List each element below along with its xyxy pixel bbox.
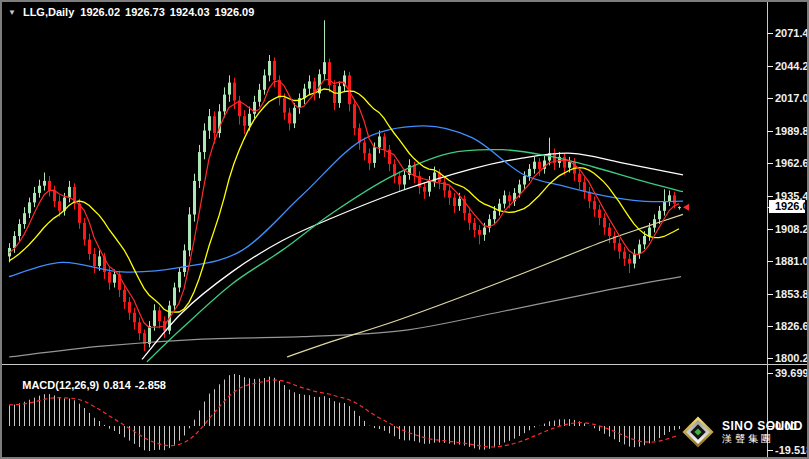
price-axis-label: 1881.00	[775, 255, 809, 267]
ma-blue	[9, 126, 683, 277]
logo-name-cn: 漢聲集團	[722, 434, 803, 445]
open-value: 1926.02	[80, 6, 120, 18]
macd-signal-value: -2.858	[135, 379, 166, 391]
high-value: 1926.73	[125, 6, 165, 18]
price-axis-label: 1826.60	[775, 320, 809, 332]
price-axis-label: 1989.80	[775, 125, 809, 137]
price-axis-label: 1853.80	[775, 288, 809, 300]
price-axis-label: 2017.00	[775, 92, 809, 104]
diamond-logo-icon	[681, 415, 715, 449]
current-price-marker-icon	[683, 204, 689, 211]
broker-logo: SINO SOUND 漢聲集團	[681, 415, 803, 449]
ma-red	[9, 79, 679, 327]
macd-indicator-label: MACD(12,26,9)0.814-2.858	[10, 367, 170, 403]
price-axis-label: 1800.20	[775, 352, 809, 364]
close-value: 1926.09	[215, 6, 255, 18]
macd-axis-label: 39.699	[775, 367, 809, 379]
macd-name: MACD(12,26,9)	[22, 379, 99, 391]
price-axis-label: 1908.20	[775, 223, 809, 235]
ohlc-values: 1926.021926.731924.031926.09	[80, 6, 259, 18]
logo-name: SINO SOUND	[722, 420, 803, 433]
price-axis-label: 1935.40	[775, 190, 809, 202]
chevron-down-icon[interactable]: ▼	[8, 8, 16, 17]
ma-white	[142, 153, 683, 359]
macd-main-value: 0.814	[103, 379, 131, 391]
moving-averages-layer	[9, 79, 683, 362]
price-axis-label: 1962.60	[775, 157, 809, 169]
chart-header: ▼ LLG,Daily 1926.021926.731924.031926.09	[8, 6, 259, 18]
candles-layer	[8, 20, 681, 351]
price-axis-label: 2071.40	[775, 27, 809, 39]
chart-window: ▼ LLG,Daily 1926.021926.731924.031926.09…	[0, 0, 809, 459]
symbol-timeframe-label: LLG,Daily	[23, 6, 74, 18]
price-axis-label: 2044.20	[775, 60, 809, 72]
low-value: 1924.03	[170, 6, 210, 18]
